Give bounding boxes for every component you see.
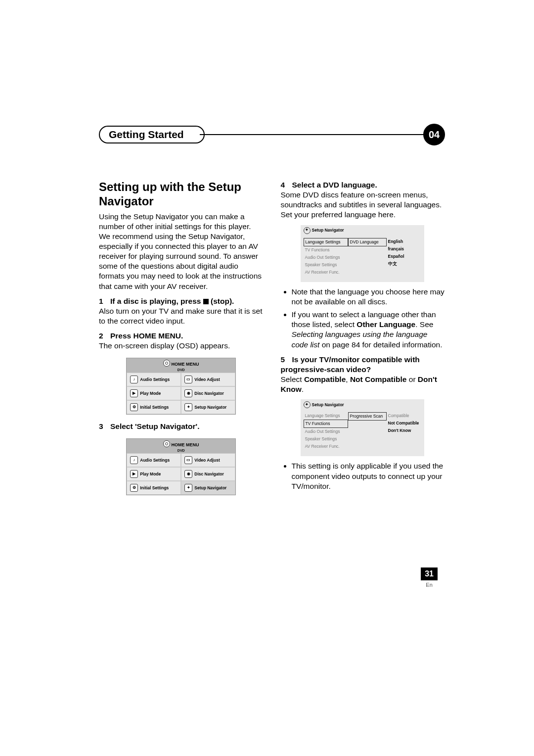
nav-subcategory: Progressive Scan (348, 412, 387, 450)
osd-subtitle: DVD (127, 448, 235, 453)
section-heading: Setting up with the Setup Navigator (99, 180, 264, 209)
nav-item-tv-functions: TV Functions (304, 420, 348, 428)
content-columns: Setting up with the Setup Navigator Usin… (99, 180, 445, 502)
nav-option-espanol: Español (387, 253, 421, 260)
step-4: 4 Select a DVD language. Some DVD discs … (281, 180, 445, 220)
osd-cell-label: Disc Navigator (194, 472, 224, 477)
osd-cell-label: Audio Settings (140, 458, 170, 463)
speaker-icon: ♪ (130, 376, 138, 383)
step4-notes: Note that the language you choose here m… (281, 287, 445, 350)
text-bold: Not Compatible (350, 375, 407, 383)
compass-icon: ✦ (184, 403, 192, 411)
osd-subtitle: DVD (127, 368, 235, 372)
osd-cell-audio-settings: ♪Audio Settings (127, 453, 181, 467)
disc-icon (163, 360, 170, 367)
step-number: 1 (99, 297, 103, 305)
osd-cell-label: Setup Navigator (194, 405, 226, 410)
nav-categories: Language Settings TV Functions Audio Out… (304, 238, 348, 276)
nav-item-av-receiver: AV Receiver Func. (304, 443, 348, 450)
compass-icon: ✦ (184, 484, 192, 492)
left-column: Setting up with the Setup Navigator Usin… (99, 180, 264, 502)
nav-item-dvd-language: DVD Language (348, 238, 387, 246)
nav-title-text: Setup Navigator (312, 402, 344, 408)
nav-option-compatible: Compatible (387, 412, 421, 420)
text-fragment: . (302, 385, 304, 393)
nav-title-text: Setup Navigator (312, 228, 344, 233)
osd-cell-label: Video Adjust (194, 458, 220, 463)
osd-cell-play-mode: ▶Play Mode (127, 467, 181, 481)
step-number: 4 (281, 181, 285, 189)
nav-option-not-compatible: Not Compatible (387, 420, 421, 427)
osd-title-text: HOME MENU (172, 442, 199, 447)
disc-icon (163, 440, 170, 447)
text-bold: Other Language (356, 320, 415, 329)
osd-cell-video-adjust: ▭Video Adjust (181, 453, 235, 467)
osd-title-text: HOME MENU (172, 362, 199, 367)
nav-options: English français Español 中文 (387, 238, 421, 276)
osd-cell-disc-navigator: ◉Disc Navigator (181, 467, 235, 481)
step-title: Select 'Setup Navigator'. (110, 422, 200, 430)
osd-cell-initial-settings: ⚙Initial Settings (127, 481, 181, 495)
nav-item-av-receiver: AV Receiver Func. (304, 269, 348, 276)
osd-cell-label: Initial Settings (140, 405, 169, 410)
osd-grid: ♪Audio Settings ▭Video Adjust ▶Play Mode… (127, 373, 235, 414)
right-column: 4 Select a DVD language. Some DVD discs … (281, 180, 445, 502)
chapter-title: Getting Started (99, 126, 205, 143)
nav-item-audio-out: Audio Out Settings (304, 254, 348, 261)
intro-paragraph: Using the Setup Navigator you can make a… (99, 212, 264, 291)
nav-option-chinese: 中文 (387, 260, 421, 268)
gear-icon: ⚙ (130, 484, 138, 492)
nav-item-audio-out: Audio Out Settings (304, 428, 348, 435)
monitor-icon: ▭ (184, 376, 192, 383)
page-footer: 31 En (421, 567, 438, 588)
nav-categories: Language Settings TV Functions Audio Out… (304, 412, 348, 450)
step-5: 5 Is your TV/monitor compatible with pro… (281, 355, 445, 395)
step-number: 5 (281, 355, 285, 364)
chapter-number-badge: 04 (423, 124, 445, 145)
page-number: 31 (421, 567, 438, 580)
step4-text: Some DVD discs feature on-screen menus, … (281, 190, 445, 220)
compass-icon: ✦ (304, 401, 311, 408)
step5-notes: This setting is only applicable if you u… (281, 461, 445, 491)
osd-home-menu-highlighted: HOME MENU DVD ♪Audio Settings ▭Video Adj… (126, 438, 236, 495)
note-language-availability: Note that the language you choose here m… (292, 287, 445, 307)
step-2: 2 Press HOME MENU. The on-screen display… (99, 331, 264, 351)
osd-cell-disc-navigator: ◉Disc Navigator (181, 386, 235, 400)
monitor-icon: ▭ (184, 456, 192, 464)
step-title: Is your TV/monitor compatible with progr… (281, 355, 420, 374)
disc-nav-icon: ◉ (184, 389, 192, 397)
step1-title-before: If a disc is playing, press (110, 297, 203, 305)
note-other-language: If you want to select a language other t… (292, 310, 445, 350)
nav-option-english: English (387, 238, 421, 245)
nav-item-language-settings: Language Settings (304, 412, 348, 420)
play-icon: ▶ (130, 389, 138, 397)
nav-item-speaker: Speaker Settings (304, 261, 348, 269)
osd-cell-label: Initial Settings (140, 485, 169, 491)
manual-page: Getting Started 04 Setting up with the S… (0, 0, 534, 756)
stop-icon (203, 299, 209, 304)
nav-option-francais: français (387, 245, 421, 253)
text-fragment: Select (281, 375, 304, 383)
osd-cell-initial-settings: ⚙Initial Settings (127, 400, 181, 414)
text-fragment: . See (415, 320, 433, 329)
osd-title: HOME MENU DVD (127, 358, 235, 373)
osd-cell-label: Play Mode (140, 391, 161, 396)
setup-navigator-progressive-scan: ✦ Setup Navigator Language Settings TV F… (301, 399, 424, 456)
chapter-header: Getting Started 04 (99, 124, 445, 145)
nav-title: ✦ Setup Navigator (301, 399, 424, 410)
osd-cell-setup-navigator-selected: ✦Setup Navigator (181, 481, 235, 495)
nav-options: Compatible Not Compatible Don't Know (387, 412, 421, 450)
setup-navigator-dvd-language: ✦ Setup Navigator Language Settings TV F… (301, 225, 424, 282)
osd-cell-label: Audio Settings (140, 377, 170, 382)
step5-text: Select Compatible, Not Compatible or Don… (281, 375, 445, 394)
text-bold: Compatible (304, 375, 346, 383)
osd-cell-play-mode: ▶Play Mode (127, 386, 181, 400)
step-number: 2 (99, 331, 103, 340)
step-title: Select a DVD language. (292, 181, 377, 189)
step2-text: The on-screen display (OSD) appears. (99, 341, 264, 351)
note-component-video: This setting is only applicable if you u… (292, 461, 445, 491)
osd-home-menu: HOME MENU DVD ♪Audio Settings ▭Video Adj… (126, 358, 236, 415)
osd-cell-label: Disc Navigator (194, 391, 224, 396)
nav-subcategory: DVD Language (348, 238, 387, 276)
osd-cell-label: Setup Navigator (194, 485, 226, 491)
